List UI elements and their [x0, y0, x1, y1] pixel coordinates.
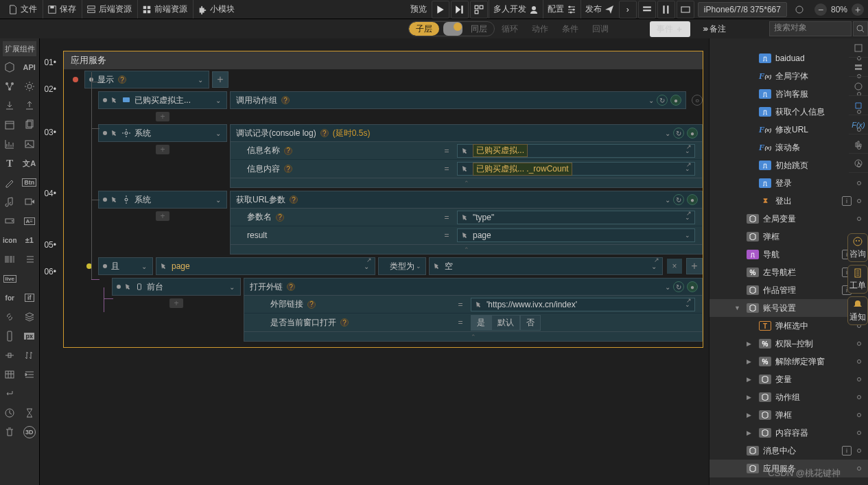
rtab-fx[interactable]: F(x)	[849, 115, 868, 134]
bool-toggle[interactable]: 是默认否	[471, 315, 541, 331]
tool-form[interactable]: A≡	[20, 211, 40, 230]
tool-link[interactable]	[0, 307, 20, 327]
tool-translate[interactable]: 文A	[20, 154, 40, 173]
node-purchased[interactable]: 已购买虚拟主...⌄	[98, 91, 227, 109]
tree-item[interactable]: %左导航栏i	[709, 263, 868, 281]
target-button[interactable]	[790, 1, 808, 19]
tab-action[interactable]: 动作	[525, 21, 555, 37]
remove-cond-button[interactable]: ×	[667, 259, 682, 274]
tree-item[interactable]: 作品管理i	[709, 281, 868, 299]
menu-module[interactable]: 小模块	[193, 0, 239, 19]
tool-audio[interactable]	[0, 192, 20, 211]
node-system-2[interactable]: 系统⌄	[98, 191, 227, 209]
tool-chart[interactable]	[0, 134, 20, 154]
tree-item[interactable]: ▶动作组	[709, 388, 868, 406]
tree-item[interactable]: ▶内容容器	[709, 424, 868, 442]
tab-callback[interactable]: 回调	[585, 21, 615, 37]
tree-item[interactable]: 弹框	[709, 228, 868, 246]
tree-item[interactable]: F(x)全局字体	[709, 67, 868, 85]
action-open-link[interactable]: 打开外链? ⌄↻●	[244, 278, 703, 296]
node-system-1[interactable]: 系统⌄	[98, 124, 227, 142]
tree-item[interactable]: 全局变量	[709, 210, 868, 228]
tool-hourglass[interactable]	[20, 403, 40, 423]
tree-item[interactable]: ⧗登出i	[709, 192, 868, 210]
tool-clock[interactable]	[0, 403, 20, 423]
rtab-5[interactable]	[849, 134, 868, 154]
zoom-in-button[interactable]: +	[852, 3, 864, 16]
notice-button[interactable]: 通知	[847, 296, 868, 325]
add-child-button[interactable]: +	[212, 71, 228, 88]
tool-share[interactable]	[0, 77, 20, 96]
tool-api[interactable]: API	[20, 58, 40, 77]
tool-sort[interactable]	[20, 346, 40, 365]
tool-slider[interactable]	[0, 346, 20, 365]
tool-image[interactable]	[20, 134, 40, 154]
tab-loop[interactable]: 循环	[495, 21, 525, 37]
search-input[interactable]: 搜索对象	[769, 21, 852, 36]
menu-backend[interactable]: 后端资源	[82, 0, 136, 19]
play-button[interactable]	[432, 1, 449, 19]
tree-item[interactable]: F(x)滚动条	[709, 139, 868, 156]
remark-button[interactable]: ››› 备注	[703, 23, 725, 35]
add-button[interactable]: +	[156, 211, 169, 221]
tool-btn[interactable]: Btn	[20, 173, 40, 192]
rtab-1[interactable]	[849, 38, 868, 58]
tree-item[interactable]: 消息中心i	[709, 442, 868, 460]
device-button[interactable]	[677, 1, 694, 19]
menu-frontend[interactable]: 前端资源	[137, 0, 191, 19]
tool-calendar[interactable]	[0, 115, 20, 134]
tool-return[interactable]	[0, 384, 20, 403]
add-cond-button[interactable]: +	[686, 258, 703, 274]
publish[interactable]: 发布	[580, 0, 618, 19]
add-button[interactable]: +	[169, 298, 183, 308]
menu-file[interactable]: 文件	[4, 0, 41, 19]
tool-upload[interactable]	[20, 96, 40, 115]
tree-item[interactable]: ▼账号设置	[709, 299, 868, 317]
cond-val[interactable]: 空⌄↗	[429, 257, 663, 275]
action-call-group[interactable]: 调用动作组? ⌄↻●	[230, 91, 686, 109]
tool-barcode[interactable]	[0, 250, 20, 269]
tool-live[interactable]: live	[0, 269, 20, 288]
tree-item[interactable]: ⎍初始跳页	[709, 156, 868, 174]
config[interactable]: 配置	[543, 0, 580, 19]
param-value[interactable]: page⌄	[457, 228, 695, 242]
add-button[interactable]: +	[156, 112, 169, 121]
tool-gear[interactable]	[20, 77, 40, 96]
rtab-2[interactable]	[849, 58, 868, 77]
node-frontend[interactable]: 前台⌄	[112, 278, 241, 296]
tool-3d[interactable]: 3D	[20, 423, 40, 442]
tool-video[interactable]	[20, 192, 40, 211]
tool-if[interactable]: if	[20, 288, 40, 307]
consult-button[interactable]: 咨询	[847, 233, 868, 262]
multi-dev[interactable]: 多人开发	[489, 0, 543, 19]
tree-item[interactable]: ⎍咨询客服	[709, 85, 868, 103]
layer-toggle[interactable]: 子层 同层	[408, 21, 495, 36]
tree-item[interactable]: ▶弹框	[709, 406, 868, 424]
tool-for[interactable]: for	[0, 288, 20, 307]
tool-number[interactable]: ±1	[20, 230, 40, 250]
tool-edit[interactable]	[0, 173, 20, 192]
qr-button[interactable]	[470, 1, 488, 19]
device-select[interactable]: iPhone6/7/8 375*667	[698, 2, 787, 17]
tree-item[interactable]: ⎍登录	[709, 174, 868, 192]
search-button[interactable]	[853, 21, 868, 36]
param-value[interactable]: 已购买虚拟...⌄↗	[457, 144, 695, 158]
tree-item[interactable]: ⎍获取个人信息	[709, 103, 868, 121]
tool-cube[interactable]	[0, 58, 20, 77]
tree-item[interactable]: ▶变量	[709, 370, 868, 388]
tool-download[interactable]	[0, 96, 20, 115]
node-and[interactable]: 且⌄	[98, 257, 153, 275]
tree-item[interactable]: ▶%权限–控制	[709, 335, 868, 353]
action-get-url[interactable]: 获取URL参数? ⌄↻●	[230, 191, 703, 209]
tree-item[interactable]: F(x)修改URL	[709, 121, 868, 139]
tool-indent[interactable]	[20, 365, 40, 384]
tool-icon[interactable]: icon	[0, 230, 20, 250]
cond-op[interactable]: 类型为⌄	[378, 257, 426, 275]
param-value[interactable]: "type"⌄↗	[457, 211, 695, 224]
node-display[interactable]: 显示?⌄	[84, 71, 209, 88]
add-button[interactable]: +	[156, 145, 169, 154]
tool-trash[interactable]	[0, 423, 20, 442]
tree-item[interactable]: ▶%解除绑定弹窗	[709, 353, 868, 370]
rtab-3[interactable]	[849, 77, 868, 96]
tool-layers[interactable]	[20, 307, 40, 327]
